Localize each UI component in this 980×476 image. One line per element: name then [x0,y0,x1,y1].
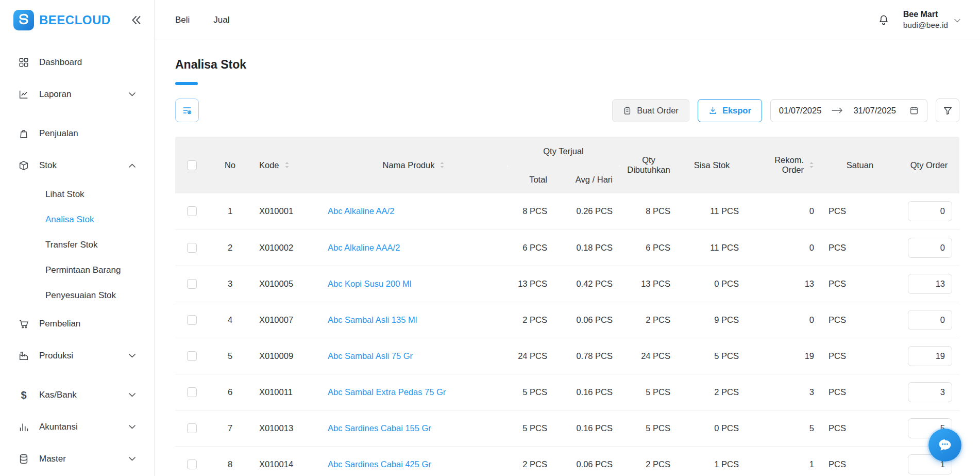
sidebar-item-dashboard[interactable]: Dashboard [0,46,154,78]
product-link[interactable]: Abc Sambal Asli 75 Gr [328,351,413,360]
beecloud-logo: BEECLOUD [13,10,111,30]
tab-beli[interactable]: Beli [175,15,190,25]
cell-avg-hari: 0.18 PCS [554,229,620,266]
sidebar-item-label: Master [39,454,66,464]
chevron-up-icon [129,163,136,168]
cell-satuan: PCS [821,266,899,302]
sidebar-item-analisa-stok[interactable]: Analisa Stok [0,207,154,232]
sidebar-collapse-icon[interactable] [130,15,142,25]
ekspor-button[interactable]: Ekspor [698,99,762,122]
qty-order-input[interactable] [908,346,952,366]
table-row: 6 X010011 Abc Sambal Extra Pedas 75 Gr 5… [175,374,959,410]
product-link[interactable]: Abc Alkaline AAA/2 [328,243,400,252]
table-row: 2 X010002 Abc Alkaline AAA/2 6 PCS 0.18 … [175,229,959,266]
table-row: 3 X010005 Abc Kopi Susu 200 Ml 13 PCS 0.… [175,266,959,302]
row-checkbox[interactable] [187,243,197,253]
table-row: 5 X010009 Abc Sambal Asli 75 Gr 24 PCS 0… [175,338,959,374]
sidebar-item-penjualan[interactable]: Penjualan [0,118,154,150]
row-checkbox[interactable] [187,279,197,289]
sidebar-item-label: Kas/Bank [39,390,77,400]
product-link[interactable]: Abc Sambal Extra Pedas 75 Gr [328,387,446,397]
sort-icon [809,161,814,169]
cell-no: 8 [208,446,252,476]
sidebar-item-laporan[interactable]: Laporan [0,78,154,110]
chevron-down-icon [129,92,136,96]
sidebar-item-akuntansi[interactable]: Akuntansi [0,411,154,443]
date-start: 01/07/2025 [779,106,822,116]
title-accent-bar [175,82,198,85]
cell-sisa-stok: 0 PCS [678,266,746,302]
row-checkbox[interactable] [187,315,197,325]
cell-rekom-order: 5 [746,410,821,446]
dollar-icon: $ [18,389,30,401]
date-range-picker[interactable]: 01/07/2025 31/07/2025 [770,99,927,122]
product-link[interactable]: Abc Kopi Susu 200 Ml [328,279,411,288]
product-link[interactable]: Abc Sardines Cabai 155 Gr [328,423,431,433]
row-checkbox[interactable] [187,423,197,433]
header-sisa-stok: Sisa Stok [678,137,746,193]
qty-order-input[interactable] [908,274,952,294]
cell-sisa-stok: 11 PCS [678,229,746,266]
sidebar-item-stok[interactable]: Stok [0,150,154,182]
date-end: 31/07/2025 [853,106,896,116]
topbar-tabs: Beli Jual [175,15,230,25]
row-checkbox[interactable] [187,459,197,469]
sidebar-nav: Dashboard Laporan P [0,40,154,475]
sidebar-child-label: Lihat Stok [45,189,85,200]
cell-no: 5 [208,338,252,374]
header-nama-produk[interactable]: Nama Produk [320,137,507,193]
product-link[interactable]: Abc Sambal Asli 135 Ml [328,315,417,324]
sidebar-item-pembelian[interactable]: Pembelian [0,308,154,340]
cell-kode: X010013 [252,410,320,446]
cell-sisa-stok: 1 PCS [678,446,746,476]
toolbar: Buat Order Ekspor 01/07/2025 [175,99,959,122]
column-settings-button[interactable] [175,99,199,122]
qty-order-input[interactable] [908,238,952,258]
cell-sisa-stok: 2 PCS [678,374,746,410]
product-link[interactable]: Abc Sardines Cabai 425 Gr [328,459,431,469]
cell-avg-hari: 0.78 PCS [554,338,620,374]
cell-sisa-stok: 0 PCS [678,410,746,446]
header-rekom-order[interactable]: Rekom. Order [746,137,821,193]
notification-bell-icon[interactable] [877,14,890,26]
page-content: Analisa Stok B [155,40,980,476]
sidebar-item-label: Produksi [39,351,73,361]
header-kode[interactable]: Kode [252,137,320,193]
header-satuan: Satuan [821,137,899,193]
sidebar-child-label: Penyesuaian Stok [45,290,116,301]
sidebar-item-transfer-stok[interactable]: Transfer Stok [0,232,154,257]
product-link[interactable]: Abc Alkaline AA/2 [328,206,394,216]
sidebar-item-lihat-stok[interactable]: Lihat Stok [0,182,154,207]
sidebar-item-produksi[interactable]: Produksi [0,340,154,372]
beecloud-logo-icon [13,10,34,30]
chat-fab-button[interactable] [928,429,961,462]
sidebar-item-penyesuaian-stok[interactable]: Penyesuaian Stok [0,283,154,308]
qty-order-input[interactable] [908,382,952,402]
header-qty-terjual-group: Qty Terjual [507,137,620,166]
cell-no: 3 [208,266,252,302]
production-factory-icon [18,350,30,362]
sidebar-item-label: Pembelian [39,319,80,329]
buat-order-button[interactable]: Buat Order [612,99,689,122]
account-menu[interactable]: Bee Mart budi@bee.id [903,9,960,30]
sidebar-item-master[interactable]: Master [0,443,154,475]
row-checkbox[interactable] [187,206,197,216]
cell-kode: X010001 [252,193,320,229]
cell-avg-hari: 0.16 PCS [554,410,620,446]
select-all-checkbox[interactable] [187,160,197,170]
qty-order-input[interactable] [908,201,952,221]
sidebar-item-permintaan-barang[interactable]: Permintaan Barang [0,257,154,283]
qty-order-input[interactable] [908,310,952,330]
sidebar-item-kas-bank[interactable]: $ Kas/Bank [0,379,154,411]
database-icon [18,453,30,465]
topbar: Beli Jual Bee Mart budi@bee.id [155,0,980,40]
cell-rekom-order: 0 [746,302,821,338]
tab-jual[interactable]: Jual [213,15,229,25]
row-checkbox[interactable] [187,387,197,397]
header-no: No [208,137,252,193]
table-header: No Kode Nama Produk Qty Terjual Qty Dibu… [175,137,959,193]
row-checkbox[interactable] [187,351,197,361]
filter-button[interactable] [936,99,959,122]
cell-satuan: PCS [821,229,899,266]
arrow-right-icon [832,107,843,113]
